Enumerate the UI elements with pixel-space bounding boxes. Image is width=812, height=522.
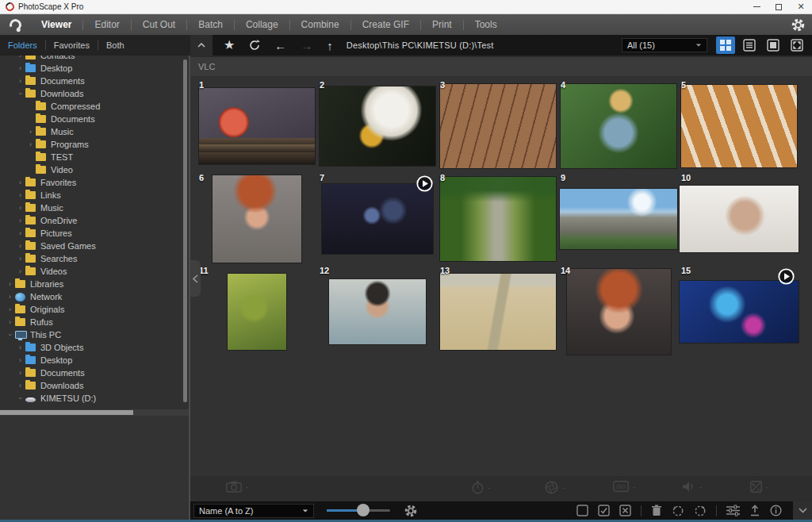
deselect-icon[interactable] — [619, 505, 631, 516]
tree-item-compressed[interactable]: Compressed — [0, 100, 189, 113]
tree-item-searches[interactable]: ›Searches — [0, 252, 189, 265]
thumbnail-cell-3[interactable]: 3 — [438, 79, 558, 172]
tree-item-test[interactable]: TEST — [0, 151, 189, 163]
minimize-button[interactable] — [745, 0, 768, 13]
sort-dropdown[interactable]: Name (A to Z) — [193, 504, 314, 518]
tree-item-kimetsu-d-[interactable]: ›KIMETSU (D:) — [0, 392, 189, 405]
tree-item-programs[interactable]: ›Programs — [0, 138, 189, 151]
tree-item-documents[interactable]: Documents — [0, 113, 189, 125]
tree-expand-arrow-icon[interactable]: › — [15, 64, 25, 72]
tree-expand-arrow-icon[interactable]: › — [5, 280, 15, 288]
tree-item-saved-games[interactable]: ›Saved Games — [0, 240, 189, 252]
thumbnail-cell-9[interactable]: 9 — [558, 172, 679, 265]
thumbnail-cell-15[interactable]: 15 — [679, 265, 799, 358]
tree-expand-arrow-icon[interactable]: › — [15, 255, 25, 263]
thumbnail-image-8[interactable] — [440, 177, 556, 261]
play-video-icon[interactable] — [778, 268, 795, 285]
grid-view-button[interactable] — [716, 36, 735, 54]
menu-tab-combine[interactable]: Combine — [290, 14, 350, 35]
thumbnail-size-slider[interactable] — [327, 509, 390, 512]
tree-expand-arrow-icon[interactable]: › — [15, 204, 25, 212]
tree-expand-arrow-icon[interactable]: › — [6, 330, 14, 340]
tree-item-downloads[interactable]: ›Downloads — [0, 87, 189, 100]
menu-tab-create-gif[interactable]: Create GIF — [351, 14, 420, 35]
thumbnail-image-11[interactable] — [228, 274, 286, 350]
sidebar-horizontal-scrollbar[interactable] — [0, 409, 189, 416]
tree-item-network[interactable]: ›Network — [0, 290, 189, 303]
tree-item-this-pc[interactable]: ›This PC — [0, 328, 189, 341]
thumbnail-cell-1[interactable]: 1 — [197, 79, 317, 172]
forward-icon[interactable]: → — [301, 40, 312, 52]
thumbnail-cell-11[interactable]: 11 — [197, 265, 317, 358]
tree-item-video[interactable]: Video — [0, 163, 189, 176]
thumbnail-cell-6[interactable]: 6 — [197, 172, 317, 265]
tree-expand-arrow-icon[interactable]: › — [25, 140, 36, 148]
tree-item-links[interactable]: ›Links — [0, 189, 189, 202]
thumbnail-cell-2[interactable]: 2 — [317, 79, 438, 172]
tree-expand-arrow-icon[interactable]: › — [15, 356, 25, 364]
tree-expand-arrow-icon[interactable]: › — [17, 393, 25, 404]
thumbnail-cell-4[interactable]: 4 — [558, 79, 679, 172]
thumbnail-video-15[interactable] — [680, 281, 799, 343]
tree-expand-arrow-icon[interactable]: › — [15, 344, 25, 351]
tree-expand-arrow-icon[interactable]: › — [15, 191, 25, 199]
up-folder-icon[interactable]: ↑ — [327, 40, 333, 52]
thumbnail-cell-5[interactable]: 5 — [679, 79, 799, 172]
tree-item-libraries[interactable]: ›Libraries — [0, 278, 189, 290]
tree-item-originals[interactable]: ›Originals — [0, 303, 189, 316]
tree-item-pictures[interactable]: ›Pictures — [0, 227, 189, 240]
tree-expand-arrow-icon[interactable]: › — [5, 305, 15, 313]
thumbnail-image-6[interactable] — [213, 175, 301, 263]
tree-item-3d-objects[interactable]: ›3D Objects — [0, 341, 189, 354]
thumbnail-cell-10[interactable]: 10 — [679, 172, 799, 265]
tree-item-rufus[interactable]: ›Rufus — [0, 316, 189, 328]
tree-item-downloads[interactable]: ›Downloads — [0, 379, 189, 392]
menu-tab-batch[interactable]: Batch — [187, 14, 234, 35]
tab-favorites[interactable]: Favorites — [46, 35, 98, 56]
thumbnail-cell-13[interactable]: 13 — [438, 265, 558, 358]
tree-expand-arrow-icon[interactable]: › — [5, 293, 15, 301]
thumbnail-cell-8[interactable]: 8 — [438, 172, 558, 265]
tree-item-music[interactable]: ›Music — [0, 202, 189, 214]
play-video-icon[interactable] — [416, 175, 433, 192]
fullscreen-view-button[interactable] — [787, 36, 806, 54]
filter-dropdown[interactable]: All (15) — [622, 38, 707, 52]
sidebar-vertical-scrollbar[interactable] — [183, 59, 187, 402]
tree-item-desktop[interactable]: ›Desktop — [0, 62, 189, 75]
rotate-ccw-icon[interactable] — [672, 505, 684, 517]
tree-item-music[interactable]: ›Music — [0, 125, 189, 138]
tree-expand-arrow-icon[interactable]: › — [17, 89, 25, 99]
settings-gear-icon[interactable] — [791, 18, 805, 32]
thumbnail-cell-14[interactable]: 14 — [558, 265, 679, 358]
back-icon[interactable]: ← — [274, 40, 286, 52]
breadcrumb-path[interactable]: Desktop\This PC\KIMETSU (D:)\Test — [347, 40, 494, 50]
tree-expand-arrow-icon[interactable]: › — [5, 318, 15, 326]
tree-expand-arrow-icon[interactable]: › — [15, 369, 25, 377]
menu-tab-print[interactable]: Print — [421, 14, 463, 35]
thumbnail-image-10[interactable] — [680, 186, 799, 252]
slider-knob[interactable] — [357, 504, 370, 516]
thumbnail-image-5[interactable] — [681, 85, 797, 167]
thumbnail-image-4[interactable] — [561, 84, 676, 168]
adjustments-icon[interactable] — [726, 505, 740, 516]
thumbnail-video-7[interactable] — [322, 184, 433, 254]
sidebar-collapse-handle[interactable] — [190, 260, 201, 297]
trash-icon[interactable] — [651, 505, 662, 516]
select-all-icon[interactable] — [598, 505, 610, 516]
thumbnail-cell-12[interactable]: 12 — [317, 265, 438, 358]
thumbnail-image-9[interactable] — [560, 189, 677, 249]
view-settings-gear-icon[interactable] — [404, 505, 417, 517]
menu-tab-viewer[interactable]: Viewer — [30, 14, 82, 35]
tree-item-videos[interactable]: ›Videos — [0, 265, 189, 278]
tab-folders[interactable]: Folders — [0, 35, 45, 56]
tree-expand-arrow-icon[interactable]: › — [15, 242, 25, 250]
thumbnail-image-13[interactable] — [440, 274, 556, 350]
thumbnail-image-3[interactable] — [440, 84, 556, 168]
tree-expand-arrow-icon[interactable]: › — [15, 382, 25, 390]
thumbnail-image-12[interactable] — [329, 279, 426, 344]
tree-item-favorites[interactable]: ›Favorites — [0, 176, 189, 189]
tree-expand-arrow-icon[interactable]: › — [15, 217, 25, 225]
export-icon[interactable] — [749, 505, 760, 516]
single-view-button[interactable] — [764, 36, 783, 54]
thumbnail-image-1[interactable] — [199, 88, 315, 164]
